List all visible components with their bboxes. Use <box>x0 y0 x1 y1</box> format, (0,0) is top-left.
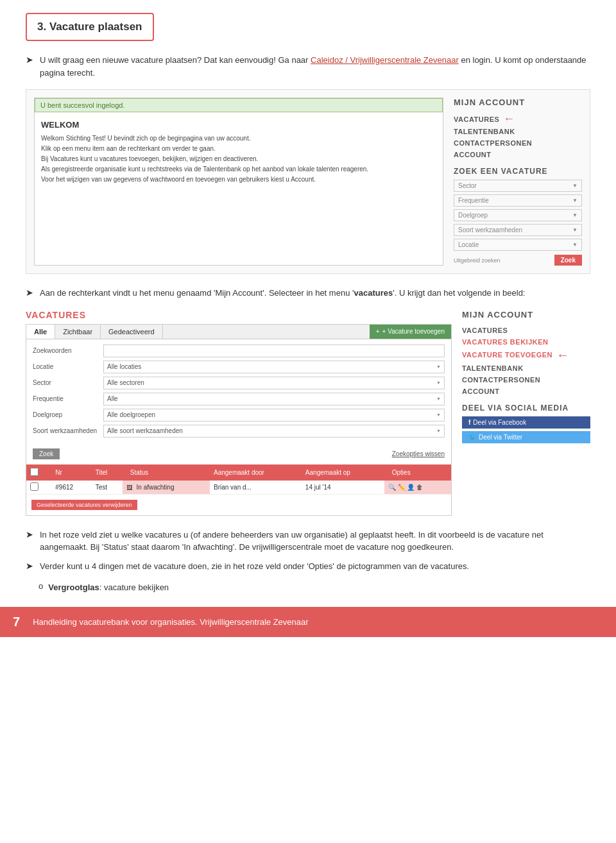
bullet-arrow-2: ➤ <box>26 287 33 298</box>
bullet-1: ➤ U wilt graag een nieuwe vacature plaat… <box>26 54 590 79</box>
status-header-circle: Status <box>126 467 152 478</box>
menu2-contactpersonen[interactable]: CONTACTPERSONEN <box>462 374 590 386</box>
tab-row: Alle Zichtbaar Gedeactiveerd + + Vacatur… <box>26 325 451 339</box>
success-bar: U bent succesvol ingelogd. <box>35 98 443 112</box>
section-number: 3. <box>37 21 46 33</box>
row-titel: Test <box>92 481 123 495</box>
bullet-arrow-3: ➤ <box>26 529 33 540</box>
sub-bullet-text: Vergrootglas: vacature bekijken <box>48 581 169 594</box>
screen1-welkom: WELKOM <box>35 116 443 133</box>
soort-select[interactable]: Alle soort werkzaamheden <box>103 425 445 438</box>
filter-btn-row: Zoek Zoekopties wissen <box>26 446 451 462</box>
menu-item-contactpersonen[interactable]: CONTACTPERSONEN <box>454 137 582 149</box>
table-row: #9612 Test 🖼 In afwachting Brian van d..… <box>26 481 451 495</box>
locatie-dropdown[interactable]: Locatie <box>454 239 582 251</box>
twitter-button[interactable]: 🐦 Deel via Twitter <box>462 431 590 443</box>
section-heading-block: 3. Vacature plaatsen <box>26 13 154 41</box>
col-nr: Nr <box>51 464 92 481</box>
tab-gedeactiveerd[interactable]: Gedeactiveerd <box>101 325 163 339</box>
sector-select[interactable]: Alle sectoren <box>103 377 445 389</box>
bullet-2: ➤ Aan de rechterkant vindt u het menu ge… <box>26 287 590 300</box>
screenshot-1-area: U bent succesvol ingelogd. WELKOM Welkom… <box>26 89 590 274</box>
zoek-filter-btn[interactable]: Zoek <box>33 448 60 459</box>
menu2-vacature-toevoegen-row: VACATURE TOEVOEGEN ← <box>462 348 590 362</box>
sector-dropdown[interactable]: Sector <box>454 180 582 192</box>
screen2-inner: Alle Zichtbaar Gedeactiveerd + + Vacatur… <box>26 324 452 516</box>
col-aangemaakt-op: Aangemaakt op <box>302 464 384 481</box>
col-status: Status <box>123 464 210 481</box>
mijn-account-title-2: MIJN ACCOUNT <box>462 310 590 319</box>
menu-item-account[interactable]: ACCOUNT <box>454 149 582 160</box>
vacatures-title: VACATURES <box>26 310 452 320</box>
menu2-vacatures[interactable]: VACATURES <box>462 325 590 336</box>
doelgroep-select[interactable]: Alle doelgroepen <box>103 409 445 422</box>
section-title-main: Vacature plaatsen <box>49 21 142 33</box>
facebook-button[interactable]: f Deel via Facebook <box>462 416 590 429</box>
delete-icon[interactable]: 🗑 <box>416 484 423 491</box>
results-table: Nr Titel Status Aangemaakt door Aangemaa… <box>26 464 451 495</box>
row-aangemaakt-door: Brian van d... <box>210 481 302 495</box>
menu2-vacature-toevoegen[interactable]: VACATURE TOEVOEGEN <box>462 349 552 361</box>
row-nr: #9612 <box>51 481 92 495</box>
frequentie-select[interactable]: Alle <box>103 393 445 405</box>
filter-locatie-label: Locatie <box>33 363 103 370</box>
menu-item-talentenbank[interactable]: TALENTENBANK <box>454 126 582 137</box>
screen2-right-panel: MIJN ACCOUNT VACATURES VACATURES BEKIJKE… <box>462 310 590 516</box>
col-opties: Opties <box>384 464 451 481</box>
deel-via-title: DEEL VIA SOCIAL MEDIA <box>462 404 590 413</box>
delete-btn-row: Geselecteerde vacatures verwijderen <box>26 495 451 515</box>
frequentie-dropdown[interactable]: Frequentie <box>454 194 582 207</box>
page-container: 3. Vacature plaatsen 3. Vacature plaatse… <box>0 0 616 594</box>
bullet-3: ➤ In het roze veld ziet u welke vacature… <box>26 529 590 554</box>
menu2-vacatures-bekijken[interactable]: VACATURES BEKIJKEN <box>462 336 590 348</box>
doelgroep-dropdown[interactable]: Doelgroep <box>454 209 582 221</box>
add-vacature-button[interactable]: + + Vacature toevoegen <box>370 325 451 339</box>
menu-vacatures-row: VACATURES ← <box>454 112 582 126</box>
screen1-left-panel: U bent succesvol ingelogd. WELKOM Welkom… <box>34 98 443 266</box>
locatie-select[interactable]: Alle locaties <box>103 361 445 373</box>
view-icon[interactable]: 🔍 <box>388 484 396 491</box>
opties-header-circle: Opties <box>388 467 415 478</box>
add-vacature-label: + Vacature toevoegen <box>382 328 445 335</box>
bullet-arrow-1: ➤ <box>26 55 33 65</box>
screen1-body: Welkom Stichting Test! U bevindt zich op… <box>35 133 443 190</box>
caleidoz-link[interactable]: Caleidoz / Vrijwilligerscentrale Zevenaa… <box>311 55 459 65</box>
twitter-icon: 🐦 <box>468 434 476 441</box>
footer-page-number: 7 <box>13 615 20 629</box>
bullet-text-4: Verder kunt u 4 dingen met de vacature d… <box>40 560 469 573</box>
row-select-checkbox[interactable] <box>30 482 38 491</box>
menu-item-vacatures[interactable]: VACATURES <box>454 114 499 125</box>
filter-doelgroep-label: Doelgroep <box>33 411 103 418</box>
select-all-checkbox[interactable] <box>30 468 38 476</box>
filter-zoekwoorden: Zoekwoorden <box>33 345 445 357</box>
zoek-button-1[interactable]: Zoek <box>554 255 582 266</box>
filter-sector: Sector Alle sectoren <box>33 377 445 389</box>
zoek-btn-row: Uitgebreid zoeken Zoek <box>454 255 582 266</box>
bullet-4: ➤ Verder kunt u 4 dingen met de vacature… <box>26 560 590 573</box>
filter-soort: Soort werkzaamheden Alle soort werkzaamh… <box>33 425 445 438</box>
uitgebreid-label: Uitgebreid zoeken <box>454 257 501 264</box>
menu2-talentenbank[interactable]: TALENTENBANK <box>462 362 590 374</box>
tab-zichtbaar[interactable]: Zichtbaar <box>55 325 101 339</box>
edit-icon[interactable]: ✏️ <box>398 484 406 491</box>
footer-text: Handleiding vacaturebank voor organisati… <box>33 617 308 627</box>
row-checkbox <box>26 481 51 495</box>
zoek-vacature-title: ZOEK EEN VACATURE <box>454 167 582 176</box>
screen2-left-panel: VACATURES Alle Zichtbaar Gedeactiveerd +… <box>26 310 452 516</box>
wissen-link[interactable]: Zoekopties wissen <box>392 450 445 457</box>
row-status: 🖼 In afwachting <box>123 481 210 495</box>
bullet-text-3: In het roze veld ziet u welke vacatures … <box>40 529 590 554</box>
tab-alle[interactable]: Alle <box>26 325 55 339</box>
soort-werkzaamheden-dropdown[interactable]: Soort werkzaamheden <box>454 224 582 236</box>
zoekwoorden-input[interactable] <box>103 345 445 357</box>
menu2-account[interactable]: ACCOUNT <box>462 386 590 397</box>
row-aangemaakt-op: 14 jul '14 <box>302 481 384 495</box>
red-arrow-toevoegen: ← <box>556 348 569 362</box>
col-aangemaakt-door: Aangemaakt door <box>210 464 302 481</box>
user-icon[interactable]: 👤 <box>407 484 415 491</box>
sub-bullet-1: o Vergrootglas: vacature bekijken <box>26 581 590 594</box>
bullet-arrow-4: ➤ <box>26 561 33 571</box>
tw-label: Deel via Twitter <box>479 434 522 441</box>
screen1-right-panel: MIJN ACCOUNT VACATURES ← TALENTENBANK CO… <box>454 98 582 266</box>
delete-selected-button[interactable]: Geselecteerde vacatures verwijderen <box>31 500 137 510</box>
